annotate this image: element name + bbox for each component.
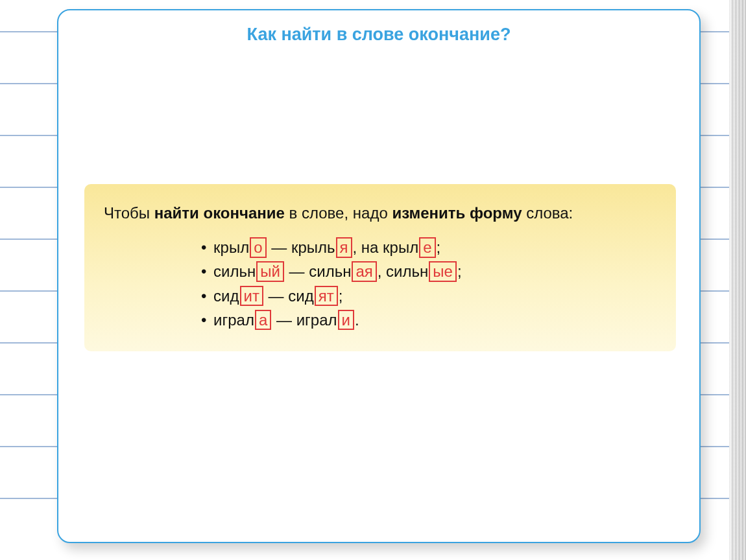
word-ending: я [336,237,352,258]
word-ending: а [255,310,271,331]
bullet-icon: • [201,287,211,305]
word-ending: ая [352,261,376,282]
word-stem: , на крыл [353,239,419,256]
example-line: • крыло — крылья, на крыле; [201,235,656,259]
example-line: • сидит — сидят; [201,284,656,308]
rule-panel: Чтобы найти окончание в слове, надо изме… [84,184,676,351]
word-stem: сильн [213,262,256,280]
intro-bold-2: изменить форму [392,204,522,222]
intro-text: в слове, надо [285,204,392,222]
example-line: • сильный — сильная, сильные; [201,259,656,283]
bullet-icon: • [201,262,211,280]
word-ending: ые [429,261,457,282]
bullet-icon: • [201,239,211,256]
word-stem: — крыль [267,239,335,256]
word-stem: — сид [264,287,314,305]
word-stem: ; [437,239,441,256]
rule-intro: Чтобы найти окончание в слове, надо изме… [104,201,656,225]
intro-bold-1: найти окончание [154,204,285,222]
word-stem: — играл [272,311,337,329]
word-ending: ит [240,286,263,307]
word-stem: — сильн [285,262,352,280]
word-stem: играл [213,311,254,329]
bullet-icon: • [201,311,211,329]
word-stem: ; [457,262,462,280]
word-ending: и [338,310,354,331]
word-ending: о [250,237,266,258]
word-stem: ; [339,287,343,305]
intro-text: слова: [522,204,573,222]
examples-list: • крыло — крылья, на крыле;• сильный — с… [104,235,656,332]
word-stem: крыл [213,239,249,256]
lesson-card: Как найти в слове окончание? Чтобы найти… [57,9,701,543]
word-stem: сид [213,287,239,305]
word-stem: . [355,311,359,329]
word-ending: ят [315,286,338,307]
word-ending: е [419,237,435,258]
intro-text: Чтобы [104,204,154,222]
word-ending: ый [256,261,284,282]
example-line: • играла — играли. [201,308,656,332]
word-stem: , сильн [378,262,429,280]
card-title: Как найти в слове окончание? [58,25,699,45]
